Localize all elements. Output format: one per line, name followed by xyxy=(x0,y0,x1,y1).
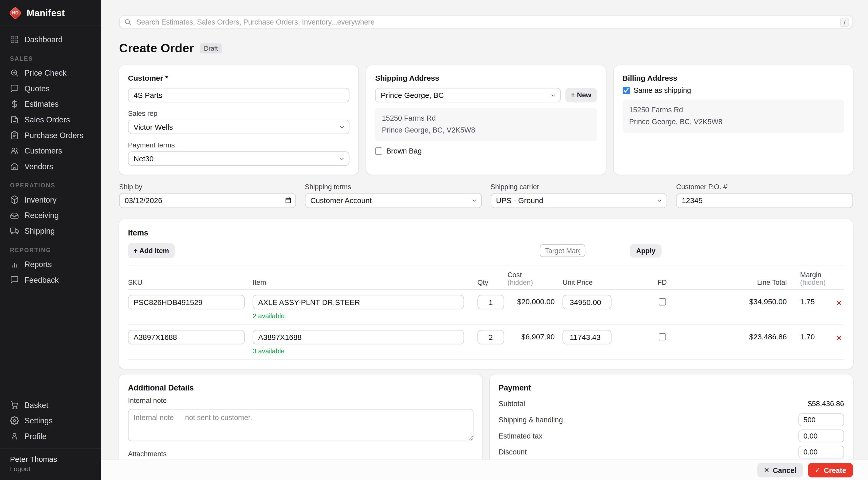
ship-by-date-input[interactable] xyxy=(119,193,296,208)
bar-chart-icon xyxy=(10,260,19,268)
sku-input[interactable] xyxy=(128,330,245,345)
shipping-address-box: 15250 Farms Rd Prince George, BC, V2K5W8 xyxy=(375,108,597,141)
sidebar-item-shipping[interactable]: Shipping xyxy=(0,223,101,239)
sidebar-item-profile[interactable]: Profile xyxy=(0,428,101,444)
same-as-shipping-checkbox[interactable] xyxy=(622,87,630,94)
shipping-address-select[interactable]: Prince George, BC xyxy=(375,88,561,102)
shipping-carrier-select[interactable]: UPS - Ground xyxy=(490,193,667,208)
search-shortcut-key: / xyxy=(840,18,849,27)
page-title: Create Order xyxy=(119,41,194,56)
col-header-unit-price: Unit Price xyxy=(562,279,615,287)
fd-checkbox[interactable] xyxy=(659,333,666,341)
cost-value: $20,000.00 xyxy=(507,295,555,309)
sidebar-item-label: Inventory xyxy=(25,195,57,204)
shipping-handling-input[interactable] xyxy=(799,414,844,426)
apply-margin-button[interactable]: Apply xyxy=(630,244,662,257)
cancel-button[interactable]: ✕ Cancel xyxy=(757,463,803,477)
sidebar-item-customers[interactable]: Customers xyxy=(0,143,101,159)
sidebar: HD Manifest Dashboard SALES Price Check … xyxy=(0,0,101,480)
package-icon xyxy=(10,195,19,204)
unit-price-input[interactable] xyxy=(562,295,612,309)
search-icon xyxy=(124,19,131,26)
storefront-icon xyxy=(10,162,19,171)
attachments-label: Attachments xyxy=(128,450,473,458)
qty-input[interactable] xyxy=(477,295,504,309)
nav-section-sales: SALES xyxy=(0,55,101,62)
line-total-value: $34,950.00 xyxy=(709,295,793,309)
search-input[interactable] xyxy=(119,16,853,29)
sidebar-item-label: Receiving xyxy=(25,211,59,220)
sidebar-item-label: Shipping xyxy=(25,226,55,235)
main-area: / Create Order Draft Customer * Sales re… xyxy=(101,0,868,480)
sidebar-item-label: Quotes xyxy=(25,84,50,93)
payment-terms-select[interactable]: Net30 xyxy=(128,151,349,166)
sidebar-item-label: Sales Orders xyxy=(25,115,70,124)
shipping-address-select-wrap: Prince George, BC xyxy=(375,88,561,102)
availability-text: 3 available xyxy=(253,347,464,355)
item-input[interactable] xyxy=(253,295,464,309)
sidebar-item-inventory[interactable]: Inventory xyxy=(0,192,101,207)
brand-row: HD Manifest xyxy=(0,0,101,26)
sidebar-item-quotes[interactable]: Quotes xyxy=(0,81,101,96)
estimated-tax-row: Estimated tax xyxy=(498,428,844,444)
users-icon xyxy=(10,147,19,155)
shipping-handling-label: Shipping & handling xyxy=(498,416,563,424)
sku-input[interactable] xyxy=(128,295,245,309)
internal-note-textarea[interactable] xyxy=(128,409,473,441)
title-row: Create Order Draft xyxy=(119,41,853,56)
customer-input[interactable] xyxy=(128,88,349,102)
sidebar-item-settings[interactable]: Settings xyxy=(0,413,101,428)
global-search: / xyxy=(119,16,853,29)
items-card: Items + Add Item Apply SKU Item Qty Cost… xyxy=(119,219,853,369)
estimated-tax-input[interactable] xyxy=(799,429,844,442)
sidebar-item-vendors[interactable]: Vendors xyxy=(0,159,101,174)
delete-row-icon[interactable]: ✕ xyxy=(836,330,842,347)
sidebar-item-label: Purchase Orders xyxy=(25,131,84,139)
sidebar-item-feedback[interactable]: Feedback xyxy=(0,272,101,288)
sidebar-item-receiving[interactable]: Receiving xyxy=(0,207,101,223)
sidebar-item-estimates[interactable]: Estimates xyxy=(0,96,101,112)
add-item-button[interactable]: + Add Item xyxy=(128,243,175,258)
dollar-icon xyxy=(10,100,19,108)
shipping-terms-label: Shipping terms xyxy=(305,183,482,191)
delete-row-icon[interactable]: ✕ xyxy=(836,295,842,312)
create-button[interactable]: ✓ Create xyxy=(808,463,853,477)
same-as-shipping-row: Same as shipping xyxy=(622,86,844,95)
sidebar-item-dashboard[interactable]: Dashboard xyxy=(0,32,101,47)
message-square-icon xyxy=(10,276,19,284)
fd-checkbox[interactable] xyxy=(659,298,666,306)
discount-input[interactable] xyxy=(799,446,844,458)
unit-price-input[interactable] xyxy=(562,330,612,345)
item-input[interactable] xyxy=(253,330,464,345)
sidebar-item-label: Customers xyxy=(25,147,62,155)
sidebar-item-basket[interactable]: Basket xyxy=(0,397,101,413)
app: HD Manifest Dashboard SALES Price Check … xyxy=(0,0,868,480)
new-address-button[interactable]: + New xyxy=(565,88,597,102)
brown-bag-checkbox[interactable] xyxy=(375,147,383,155)
col-header-item: Item xyxy=(253,279,464,287)
sidebar-item-sales-orders[interactable]: Sales Orders xyxy=(0,112,101,127)
top-cards-row: Customer * Sales rep Victor Wells Paymen… xyxy=(119,65,853,174)
payment-title: Payment xyxy=(498,383,844,392)
sidebar-item-reports[interactable]: Reports xyxy=(0,256,101,272)
target-margin-input[interactable] xyxy=(540,244,586,257)
shipping-address-line1: 15250 Farms Rd xyxy=(382,113,590,125)
sidebar-item-price-check[interactable]: Price Check xyxy=(0,65,101,81)
logout-link[interactable]: Logout xyxy=(10,465,91,473)
qty-input[interactable] xyxy=(477,330,504,345)
dashboard-icon xyxy=(10,35,19,44)
customer-po-input[interactable] xyxy=(676,193,853,208)
subtotal-value: $58,436.86 xyxy=(808,399,844,408)
sidebar-nav: Dashboard SALES Price Check Quotes Estim… xyxy=(0,26,101,288)
col-header-line-total: Line Total xyxy=(709,279,793,287)
availability-text: 2 available xyxy=(253,312,464,320)
margin-value: 1.70 xyxy=(800,330,825,345)
subtotal-label: Subtotal xyxy=(498,399,525,408)
sidebar-item-label: Vendors xyxy=(25,162,53,171)
shipping-terms-select[interactable]: Customer Account xyxy=(305,193,482,208)
sidebar-bottom: Basket Settings Profile Peter Thomas Log… xyxy=(0,397,101,480)
shipping-details-row: Ship by Shipping terms Customer Account xyxy=(119,183,853,208)
sales-rep-select[interactable]: Victor Wells xyxy=(128,120,349,134)
nav-section-operations: OPERATIONS xyxy=(0,182,101,188)
sidebar-item-purchase-orders[interactable]: Purchase Orders xyxy=(0,127,101,143)
